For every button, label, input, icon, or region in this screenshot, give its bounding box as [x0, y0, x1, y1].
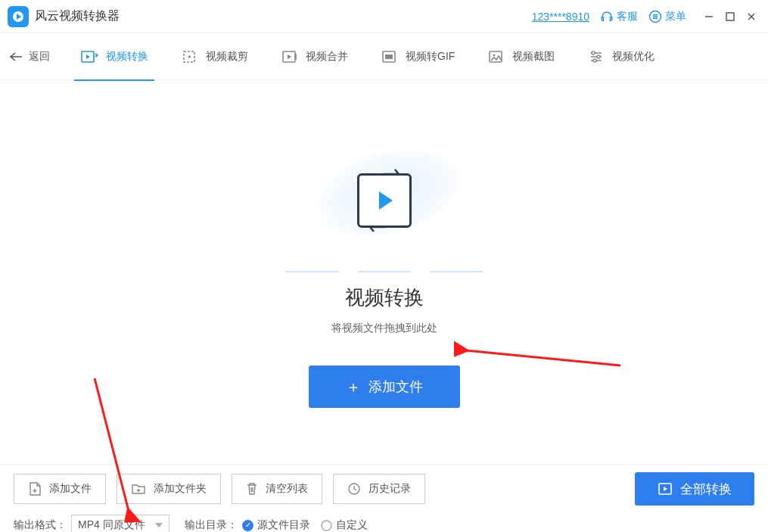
- list-icon: [648, 10, 662, 23]
- tab-label: 视频转GIF: [406, 50, 455, 64]
- back-label: 返回: [29, 50, 50, 64]
- svg-point-8: [493, 54, 496, 56]
- merge-icon: [281, 49, 298, 64]
- chevron-down-icon: [155, 523, 163, 527]
- bottom-bar: 添加文件 添加文件夹 清空列表 历史记录 全部转换 输出格式： MP4 同原文件…: [0, 464, 768, 532]
- format-value: MP4 同原文件: [78, 518, 145, 532]
- svg-rect-6: [385, 54, 393, 59]
- obtn-label: 添加文件夹: [154, 482, 207, 496]
- svg-point-9: [592, 51, 595, 54]
- support-label: 客服: [617, 10, 638, 23]
- folder-plus-icon: [131, 482, 146, 496]
- drop-zone[interactable]: 视频转换 将视频文件拖拽到此处 ＋ 添加文件: [0, 80, 768, 464]
- svg-point-10: [597, 55, 600, 58]
- close-button[interactable]: [742, 8, 760, 26]
- tabbar: 返回 视频转换 视频裁剪 视频合并 视频转GIF 视频截图 视频优化: [0, 33, 768, 80]
- minimize-button[interactable]: [700, 8, 718, 26]
- phone-number[interactable]: 123****8910: [532, 11, 589, 23]
- radio-source-dir[interactable]: 源文件目录: [242, 518, 310, 532]
- drop-title: 视频转换: [345, 285, 424, 311]
- clear-list-button[interactable]: 清空列表: [232, 474, 322, 504]
- menu-label: 菜单: [665, 10, 686, 23]
- convert-all-label: 全部转换: [680, 481, 732, 498]
- headset-icon: [600, 10, 614, 23]
- tab-video-merge[interactable]: 视频合并: [281, 33, 348, 80]
- outdir-label: 输出目录：: [185, 518, 238, 532]
- app-title: 风云视频转换器: [35, 8, 120, 24]
- convert-all-button[interactable]: 全部转换: [635, 472, 754, 506]
- obtn-label: 历史记录: [368, 482, 411, 496]
- format-select[interactable]: MP4 同原文件: [71, 515, 169, 532]
- tab-label: 视频裁剪: [206, 50, 248, 64]
- radio-custom-dir[interactable]: 自定义: [321, 518, 368, 532]
- radio-label: 自定义: [336, 518, 368, 532]
- gif-icon: [381, 49, 398, 64]
- obtn-label: 添加文件: [49, 482, 92, 496]
- menu-button[interactable]: 菜单: [648, 10, 686, 23]
- radio-dot-icon: [321, 520, 332, 531]
- radio-label: 源文件目录: [257, 518, 310, 532]
- obtn-label: 清空列表: [266, 482, 308, 496]
- tab-video-gif[interactable]: 视频转GIF: [381, 33, 455, 80]
- trash-icon: [246, 481, 258, 496]
- format-label: 输出格式：: [14, 518, 67, 532]
- add-folder-button[interactable]: 添加文件夹: [117, 474, 221, 504]
- plus-icon: ＋: [346, 377, 361, 397]
- titlebar: 风云视频转换器 123****8910 客服 菜单: [0, 0, 768, 33]
- svg-point-11: [593, 59, 596, 62]
- tab-label: 视频合并: [306, 50, 348, 64]
- play-box-icon: [658, 482, 673, 496]
- radio-dot-icon: [242, 520, 253, 531]
- crop-icon: [182, 49, 198, 64]
- screenshot-icon: [488, 49, 505, 64]
- add-file-button[interactable]: 添加文件: [14, 474, 106, 504]
- maximize-button[interactable]: [721, 8, 739, 26]
- file-plus-icon: [28, 481, 42, 496]
- tab-label: 视频转换: [106, 50, 148, 64]
- support-button[interactable]: 客服: [600, 10, 638, 23]
- tab-video-screenshot[interactable]: 视频截图: [488, 33, 555, 80]
- drop-illustration: [309, 136, 460, 265]
- sliders-icon: [588, 49, 605, 64]
- tab-label: 视频优化: [612, 50, 655, 64]
- add-file-center-button[interactable]: ＋ 添加文件: [309, 366, 460, 408]
- convert-icon: [80, 49, 98, 64]
- back-arrow-icon: [9, 51, 23, 62]
- tab-video-convert[interactable]: 视频转换: [80, 33, 148, 80]
- drop-subtitle: 将视频文件拖拽到此处: [331, 322, 437, 335]
- tab-video-optimize[interactable]: 视频优化: [588, 33, 655, 80]
- svg-rect-1: [726, 13, 734, 20]
- back-button[interactable]: 返回: [9, 50, 50, 64]
- tab-video-crop[interactable]: 视频裁剪: [182, 33, 248, 80]
- app-logo: [8, 6, 29, 27]
- add-file-label: 添加文件: [368, 378, 423, 396]
- history-button[interactable]: 历史记录: [333, 474, 425, 504]
- clock-icon: [347, 482, 361, 496]
- tab-label: 视频截图: [512, 50, 555, 64]
